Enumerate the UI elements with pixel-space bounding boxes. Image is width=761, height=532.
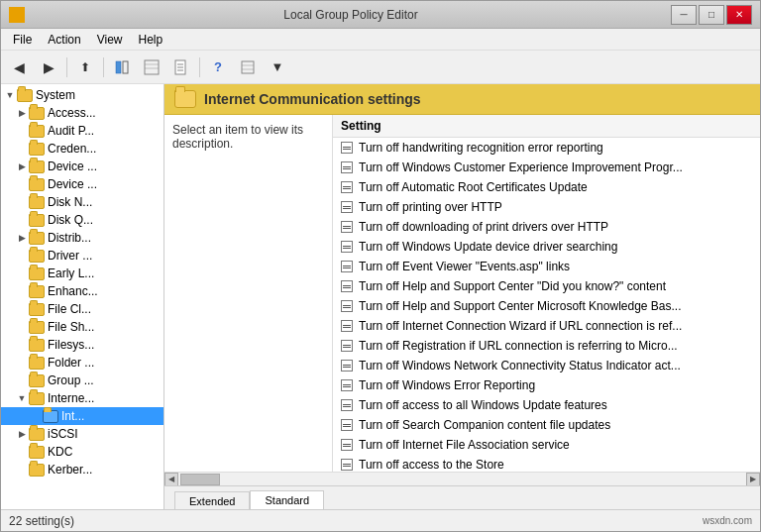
tree-item-distrib[interactable]: ▶ Distrib...	[1, 229, 163, 247]
status-logo: wsxdn.com	[703, 515, 752, 526]
setting-item-0[interactable]: Turn off handwriting recognition error r…	[333, 138, 760, 158]
tree-item-kdc[interactable]: KDC	[1, 443, 163, 461]
setting-item-13[interactable]: Turn off access to all Windows Update fe…	[333, 395, 760, 415]
menu-view[interactable]: View	[89, 31, 131, 49]
tree-item-kerber[interactable]: Kerber...	[1, 461, 163, 479]
setting-item-6[interactable]: Turn off Event Viewer "Events.asp" links	[333, 257, 760, 276]
horizontal-scrollbar[interactable]: ◀ ▶	[164, 472, 760, 485]
setting-label: Turn off Internet Connection Wizard if U…	[359, 319, 682, 333]
tree-item-device1[interactable]: ▶ Device ...	[1, 158, 163, 175]
tree-item-int-selected[interactable]: Int...	[1, 407, 163, 425]
tree-label: Distrib...	[48, 231, 91, 245]
setting-label: Turn off Help and Support Center "Did yo…	[359, 279, 666, 293]
toolbar-list[interactable]	[138, 54, 165, 80]
right-header-title: Internet Communication settings	[204, 91, 421, 107]
tree-label: Int...	[61, 409, 84, 423]
menu-help[interactable]: Help	[131, 31, 171, 49]
tree-item-system[interactable]: ▼ System	[1, 86, 163, 104]
expand-icon[interactable]: ▶	[15, 106, 29, 120]
setting-item-16[interactable]: Turn off access to the Store	[333, 455, 760, 472]
folder-icon	[29, 285, 45, 298]
maximize-button[interactable]: □	[699, 5, 724, 25]
setting-icon	[339, 199, 355, 215]
toolbar-help[interactable]: ?	[204, 54, 232, 80]
expand-icon[interactable]: ▶	[15, 427, 29, 441]
svg-rect-9	[242, 61, 254, 73]
setting-label: Turn off Help and Support Center Microso…	[359, 299, 682, 313]
folder-icon	[29, 125, 45, 138]
folder-icon	[29, 214, 45, 227]
expand-icon[interactable]: ▶	[15, 160, 29, 173]
expand-icon[interactable]: ▶	[15, 231, 29, 245]
close-button[interactable]: ✕	[726, 5, 752, 25]
tree-item-enhanc[interactable]: Enhanc...	[1, 282, 163, 300]
setting-item-1[interactable]: Turn off Windows Customer Experience Imp…	[333, 158, 760, 177]
setting-item-4[interactable]: Turn off downloading of print drivers ov…	[333, 217, 760, 237]
tree-label: System	[36, 88, 75, 102]
setting-item-2[interactable]: Turn off Automatic Root Certificates Upd…	[333, 177, 760, 197]
tree-item-auditp[interactable]: Audit P...	[1, 122, 163, 140]
folder-icon	[29, 107, 45, 120]
toolbar-show-hide[interactable]	[108, 54, 136, 80]
setting-item-5[interactable]: Turn off Windows Update device driver se…	[333, 237, 760, 257]
tree-item-interne[interactable]: ▼ Interne...	[1, 389, 163, 407]
tab-standard[interactable]: Standard	[250, 490, 324, 509]
setting-item-15[interactable]: Turn off Internet File Association servi…	[333, 435, 760, 455]
tree-item-creden[interactable]: Creden...	[1, 140, 163, 158]
tree-item-filesys[interactable]: Filesys...	[1, 336, 163, 354]
toolbar-new[interactable]	[167, 54, 195, 80]
header-folder-icon	[174, 90, 196, 108]
scroll-thumb[interactable]	[180, 474, 220, 485]
expand-icon[interactable]: ▼	[15, 391, 29, 405]
setting-item-11[interactable]: Turn off Windows Network Connectivity St…	[333, 356, 760, 375]
folder-icon	[29, 160, 45, 173]
menu-action[interactable]: Action	[40, 31, 88, 49]
tree-item-filecl[interactable]: File Cl...	[1, 300, 163, 318]
setting-item-7[interactable]: Turn off Help and Support Center "Did yo…	[333, 276, 760, 296]
folder-icon	[29, 178, 45, 191]
folder-icon	[29, 428, 45, 441]
no-expand	[15, 195, 29, 209]
tab-extended[interactable]: Extended	[174, 491, 250, 509]
toolbar-up[interactable]: ⬆	[71, 54, 99, 80]
tree-item-iscsi[interactable]: ▶ iSCSI	[1, 425, 163, 443]
setting-item-8[interactable]: Turn off Help and Support Center Microso…	[333, 296, 760, 316]
settings-list[interactable]: Turn off handwriting recognition error r…	[333, 138, 760, 472]
tree-item-filesh[interactable]: File Sh...	[1, 318, 163, 336]
setting-item-10[interactable]: Turn off Registration if URL connection …	[333, 336, 760, 356]
tree-item-driver[interactable]: Driver ...	[1, 247, 163, 265]
tree-item-diskn[interactable]: Disk N...	[1, 193, 163, 211]
folder-icon	[43, 410, 58, 423]
tree-item-device2[interactable]: Device ...	[1, 175, 163, 193]
setting-icon	[339, 140, 355, 156]
right-body: Select an item to view its description. …	[164, 115, 760, 472]
tree-item-diskq[interactable]: Disk Q...	[1, 211, 163, 229]
scroll-left-button[interactable]: ◀	[164, 473, 178, 486]
setting-item-12[interactable]: Turn off Windows Error Reporting	[333, 375, 760, 395]
tree-label: File Sh...	[48, 320, 94, 334]
scroll-track[interactable]	[178, 473, 746, 486]
setting-item-14[interactable]: Turn off Search Companion content file u…	[333, 415, 760, 435]
toolbar-view-options[interactable]	[234, 54, 262, 80]
menu-file[interactable]: File	[5, 31, 40, 49]
folder-icon	[29, 250, 45, 263]
tree-item-access[interactable]: ▶ Access...	[1, 104, 163, 122]
tree-item-earlyl[interactable]: Early L...	[1, 265, 163, 282]
tree-label: Early L...	[48, 266, 94, 280]
folder-icon	[29, 303, 45, 316]
tree-panel[interactable]: ▼ System ▶ Access... Audit P... Creden..…	[1, 84, 164, 509]
toolbar-filter[interactable]: ▼	[264, 54, 291, 80]
scroll-right-button[interactable]: ▶	[746, 473, 760, 486]
tree-item-group[interactable]: Group ...	[1, 372, 163, 389]
toolbar-forward[interactable]: ▶	[35, 54, 62, 80]
setting-item-9[interactable]: Turn off Internet Connection Wizard if U…	[333, 316, 760, 336]
minimize-button[interactable]: ─	[671, 5, 697, 25]
toolbar: ◀ ▶ ⬆ ? ▼	[1, 51, 760, 84]
toolbar-back[interactable]: ◀	[5, 54, 33, 80]
setting-item-3[interactable]: Turn off printing over HTTP	[333, 197, 760, 217]
setting-label: Turn off access to the Store	[359, 458, 504, 472]
no-expand	[15, 445, 29, 459]
no-expand	[15, 249, 29, 263]
tree-item-folder[interactable]: Folder ...	[1, 354, 163, 372]
expand-icon[interactable]: ▼	[3, 88, 17, 102]
